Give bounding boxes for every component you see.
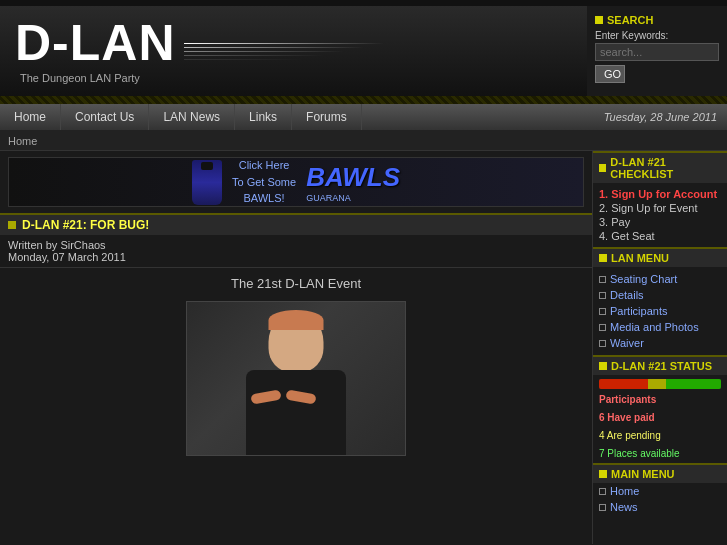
checklist-title: D-LAN #21 CHECKLIST <box>593 151 727 183</box>
bawls-bottle-image <box>192 160 222 205</box>
header-stripe <box>0 96 727 104</box>
main-menu-title: MAIN MENU <box>593 463 727 483</box>
status-bar-red <box>599 379 648 389</box>
article-date: Monday, 07 March 2011 <box>8 251 584 263</box>
nav-home[interactable]: Home <box>0 104 61 130</box>
mini-square-icon <box>599 488 606 495</box>
lan-seating-chart[interactable]: Seating Chart <box>599 271 721 287</box>
main-menu-home[interactable]: Home <box>593 483 727 499</box>
search-title: SEARCH <box>595 14 719 26</box>
checklist-content: 1. Sign Up for Account 2. Sign Up for Ev… <box>593 183 727 247</box>
mini-square-icon <box>599 308 606 315</box>
sidebar: D-LAN #21 CHECKLIST 1. Sign Up for Accou… <box>592 151 727 544</box>
status-bar-container <box>593 375 727 391</box>
main-menu-section: MAIN MENU Home News <box>593 463 727 515</box>
nav-date: Tuesday, 28 June 2011 <box>604 111 727 123</box>
lan-waiver[interactable]: Waiver <box>599 335 721 351</box>
yellow-square-icon <box>595 16 603 24</box>
checklist-item-3: 3. Pay <box>599 215 721 229</box>
status-icon <box>599 362 607 370</box>
status-section: D-LAN #21 STATUS Participants 6 Have pai… <box>593 355 727 463</box>
article-photo <box>186 301 406 456</box>
logo-area: D-LAN The Dungeon LAN Party <box>0 6 587 96</box>
mini-square-icon <box>599 504 606 511</box>
tagline: The Dungeon LAN Party <box>15 72 572 84</box>
status-participants-label: Participants <box>593 391 727 409</box>
mini-square-icon <box>599 276 606 283</box>
green-square-icon <box>8 221 16 229</box>
go-button[interactable]: GO <box>595 65 625 83</box>
article-header: D-LAN #21: FOR BUG! <box>0 213 592 235</box>
event-title: The 21st D-LAN Event <box>0 268 592 297</box>
navbar: Home Contact Us LAN News Links Forums Tu… <box>0 104 727 132</box>
article-meta: Written by SirChaos Monday, 07 March 201… <box>0 235 592 268</box>
banner-text: Click Here To Get Some BAWLS! <box>232 157 296 207</box>
bawls-brand: BAWLS GUARANA <box>306 162 400 203</box>
checklist-item-2: 2. Sign Up for Event <box>599 201 721 215</box>
nav-forums[interactable]: Forums <box>292 104 362 130</box>
banner[interactable]: Click Here To Get Some BAWLS! BAWLS GUAR… <box>8 157 584 207</box>
status-available: 7 Places available <box>593 445 727 463</box>
mini-square-icon <box>599 292 606 299</box>
nav-contact[interactable]: Contact Us <box>61 104 149 130</box>
main-menu-icon <box>599 470 607 478</box>
breadcrumb: Home <box>0 132 727 151</box>
article-title: D-LAN #21: FOR BUG! <box>22 218 149 232</box>
lan-menu-section: LAN MENU Seating Chart Details Participa… <box>593 247 727 355</box>
checklist-item-1[interactable]: 1. Sign Up for Account <box>599 187 721 201</box>
main-menu-content: Home News <box>593 483 727 515</box>
lan-details[interactable]: Details <box>599 287 721 303</box>
content-area: Click Here To Get Some BAWLS! BAWLS GUAR… <box>0 151 592 544</box>
search-label: Enter Keywords: <box>595 30 719 41</box>
search-input[interactable] <box>595 43 719 61</box>
checklist-section: D-LAN #21 CHECKLIST 1. Sign Up for Accou… <box>593 151 727 247</box>
article-author: Written by SirChaos <box>8 239 584 251</box>
mini-square-icon <box>599 340 606 347</box>
logo: D-LAN <box>15 18 176 68</box>
search-panel: SEARCH Enter Keywords: GO <box>587 6 727 96</box>
status-bar-green <box>666 379 721 389</box>
checklist-item-4: 4. Get Seat <box>599 229 721 243</box>
status-pending: 4 Are pending <box>593 427 727 445</box>
lan-menu-content: Seating Chart Details Participants Media… <box>593 267 727 355</box>
lan-participants[interactable]: Participants <box>599 303 721 319</box>
main-layout: Click Here To Get Some BAWLS! BAWLS GUAR… <box>0 151 727 544</box>
status-bar-yellow <box>648 379 666 389</box>
header: D-LAN The Dungeon LAN Party SEARCH Enter… <box>0 6 727 96</box>
status-bar <box>599 379 721 389</box>
nav-links[interactable]: Links <box>235 104 292 130</box>
main-menu-news[interactable]: News <box>593 499 727 515</box>
mini-square-icon <box>599 324 606 331</box>
status-paid: 6 Have paid <box>593 409 727 427</box>
lan-media[interactable]: Media and Photos <box>599 319 721 335</box>
status-title: D-LAN #21 STATUS <box>593 355 727 375</box>
photo-area <box>0 301 592 456</box>
lan-menu-title: LAN MENU <box>593 247 727 267</box>
lan-menu-icon <box>599 254 607 262</box>
nav-news[interactable]: LAN News <box>149 104 235 130</box>
checklist-icon <box>599 164 606 172</box>
